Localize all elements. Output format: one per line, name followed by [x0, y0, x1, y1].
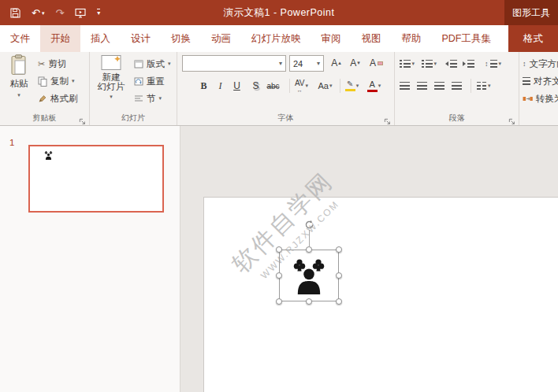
align-right-icon	[434, 82, 445, 90]
radiation-person-icon	[288, 257, 330, 294]
section-dropdown-icon[interactable]: ▾	[159, 95, 162, 102]
new-slide-dropdown-icon[interactable]: ▾	[110, 94, 113, 100]
convert-smartart-button[interactable]: 转换为SmartArt ▾	[523, 91, 558, 106]
tab-file[interactable]: 文件	[0, 25, 40, 52]
decrease-indent-button[interactable]	[445, 56, 457, 72]
resize-handle-sw[interactable]	[276, 298, 282, 305]
paste-label: 粘贴	[10, 78, 28, 90]
copy-icon	[38, 76, 47, 87]
line-spacing-button[interactable]: ↕ ▾	[485, 56, 501, 72]
align-text-button[interactable]: 对齐文本 ▾	[523, 73, 558, 89]
selected-shape[interactable]	[279, 250, 339, 301]
text-shadow-button[interactable]: S	[248, 77, 263, 94]
redo-icon: ↷	[55, 8, 64, 18]
clear-formatting-button[interactable]: A	[369, 54, 384, 72]
font-dialog-launcher-icon[interactable]	[384, 114, 392, 122]
resize-handle-e[interactable]	[336, 272, 342, 279]
format-painter-icon	[38, 94, 47, 103]
section-button[interactable]: 节 ▾	[134, 91, 162, 106]
redo-button[interactable]: ↷	[55, 8, 64, 18]
character-spacing-button[interactable]: AV↔ ▾	[294, 77, 309, 94]
tab-animations[interactable]: 动画	[201, 25, 241, 52]
font-size-value: 24	[293, 59, 314, 68]
clipboard-group-label: 剪贴板	[0, 113, 89, 124]
resize-handle-se[interactable]	[336, 298, 342, 305]
cut-button[interactable]: ✂ 剪切	[38, 56, 66, 72]
tab-design[interactable]: 设计	[121, 25, 161, 52]
tab-review[interactable]: 审阅	[311, 25, 352, 52]
tab-transitions[interactable]: 切换	[161, 25, 201, 52]
align-center-button[interactable]	[417, 78, 427, 94]
rotate-handle-icon[interactable]	[303, 219, 314, 230]
save-icon[interactable]	[10, 8, 20, 18]
text-direction-button[interactable]: ↕ 文字方向 ▾	[523, 56, 558, 72]
align-text-icon	[523, 77, 530, 85]
copy-button[interactable]: 复制 ▾	[38, 73, 75, 89]
strikethrough-button[interactable]: abc	[266, 77, 281, 94]
tab-view[interactable]: 视图	[352, 25, 392, 52]
undo-dropdown-icon[interactable]: ▾	[42, 10, 45, 16]
align-left-button[interactable]	[400, 78, 410, 94]
reset-button[interactable]: 重置	[134, 73, 165, 89]
ribbon: 粘贴 ▾ ✂ 剪切 复制 ▾ 格式刷 剪贴板	[0, 52, 558, 126]
bullets-button[interactable]: ▾	[400, 56, 415, 72]
italic-button[interactable]: I	[213, 77, 228, 94]
slide-thumbnail[interactable]	[28, 145, 164, 213]
font-size-combo[interactable]: 24 ▾	[289, 55, 324, 72]
numbering-button[interactable]: ▾	[422, 56, 437, 72]
new-slide-button[interactable]: 新建 幻灯片 ▾	[93, 54, 129, 113]
font-size-dropdown-icon[interactable]: ▾	[317, 60, 320, 67]
resize-handle-w[interactable]	[276, 272, 282, 279]
start-slideshow-icon[interactable]	[75, 8, 86, 18]
clipboard-dialog-launcher-icon[interactable]	[79, 114, 87, 122]
resize-handle-nw[interactable]	[276, 246, 282, 253]
tab-slideshow[interactable]: 幻灯片放映	[241, 25, 311, 52]
justify-icon	[452, 82, 462, 90]
resize-handle-s[interactable]	[306, 298, 312, 305]
paste-button[interactable]: 粘贴 ▾	[2, 54, 35, 113]
undo-icon: ↶	[32, 8, 40, 18]
eraser-icon	[378, 61, 383, 65]
layout-label: 版式	[147, 58, 165, 70]
customize-qat-button[interactable]: ▾	[97, 9, 100, 17]
font-name-combo[interactable]: ▾	[182, 55, 286, 72]
slide-canvas[interactable]	[203, 197, 558, 392]
highlight-pen-icon: ✎	[347, 80, 353, 88]
align-right-button[interactable]	[434, 78, 445, 94]
font-color-button[interactable]: A ▾	[366, 77, 381, 94]
paragraph-group-label: 段落	[395, 113, 519, 124]
columns-button[interactable]: ▾	[477, 78, 491, 94]
shrink-font-button[interactable]: A▾	[348, 54, 363, 72]
layout-button[interactable]: 版式 ▾	[134, 56, 171, 72]
undo-button[interactable]: ↶ ▾	[32, 8, 44, 18]
columns-icon	[477, 82, 486, 90]
powerpoint-window: ↶ ▾ ↷ ▾ 演示文稿1 - PowerPoint 图形工具 文件 开始 插入…	[0, 0, 558, 392]
tab-format[interactable]: 格式	[508, 25, 558, 52]
grow-font-button[interactable]: A▴	[329, 54, 344, 72]
tab-pdf-tools[interactable]: PDF工具集	[432, 25, 502, 52]
paste-dropdown-icon[interactable]: ▾	[17, 92, 20, 98]
section-label: 节	[147, 93, 156, 105]
tab-insert[interactable]: 插入	[80, 25, 121, 52]
ribbon-tab-bar: 文件 开始 插入 设计 切换 动画 幻灯片放映 审阅 视图 帮助 PDF工具集 …	[0, 25, 558, 52]
format-painter-button[interactable]: 格式刷	[38, 91, 78, 106]
clipboard-group: 粘贴 ▾ ✂ 剪切 复制 ▾ 格式刷 剪贴板	[0, 52, 90, 125]
underline-button[interactable]: U	[229, 77, 244, 94]
slide-number: 1	[9, 138, 14, 147]
layout-dropdown-icon[interactable]: ▾	[168, 61, 171, 67]
resize-handle-ne[interactable]	[336, 246, 342, 253]
copy-dropdown-icon[interactable]: ▾	[72, 78, 75, 84]
font-name-dropdown-icon[interactable]: ▾	[279, 60, 282, 67]
text-highlight-button[interactable]: ✎ ▾	[344, 77, 359, 94]
increase-indent-button[interactable]	[463, 56, 474, 72]
text-tools-group: ↕ 文字方向 ▾ 对齐文本 ▾ 转换为SmartArt ▾	[519, 52, 558, 125]
justify-button[interactable]	[452, 78, 462, 94]
paragraph-dialog-launcher-icon[interactable]	[508, 114, 516, 122]
bold-button[interactable]: B	[196, 77, 211, 94]
resize-handle-n[interactable]	[306, 246, 312, 253]
tab-help[interactable]: 帮助	[392, 25, 432, 52]
drawing-tools-context-label: 图形工具	[504, 0, 558, 25]
change-case-button[interactable]: Aa ▾	[318, 77, 333, 94]
text-direction-label: 文字方向	[530, 58, 558, 70]
tab-home[interactable]: 开始	[40, 25, 80, 52]
